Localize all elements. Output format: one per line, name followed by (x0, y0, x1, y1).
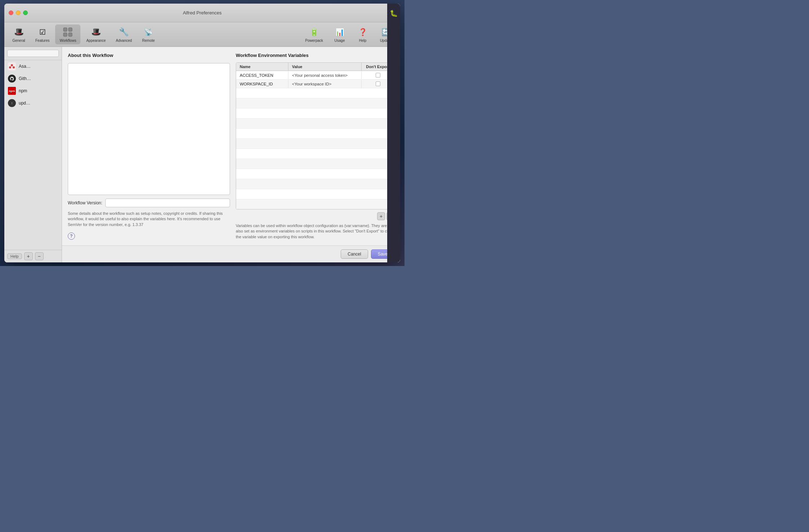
env-empty-row-12 (236, 199, 394, 209)
general-icon: 🎩 (13, 26, 25, 38)
toolbar-item-help[interactable]: ❓ Help (352, 25, 373, 44)
features-icon: ☑ (37, 26, 48, 38)
env-table-header: Name Value Don't Export (236, 63, 394, 71)
features-label: Features (35, 39, 49, 43)
bottom-bar: Cancel Save (62, 245, 400, 262)
env-row-access-token[interactable]: ACCESS_TOKEN <Your personal access token… (236, 71, 394, 80)
sidebar-help-button[interactable]: Help (7, 253, 22, 259)
env-empty-row-7 (236, 149, 394, 159)
env-name-access-token: ACCESS_TOKEN (236, 71, 288, 79)
left-panel: About this Workflow Workflow Version: So… (68, 53, 230, 240)
toolbar-item-features[interactable]: ☑ Features (31, 25, 54, 44)
sidebar-items-list: Asa… Gith… npm npm (4, 60, 62, 250)
advanced-label: Advanced (116, 39, 132, 43)
update-workflow-label: upd… (19, 101, 30, 106)
env-empty-row-10 (236, 179, 394, 189)
right-panel: Workflow Environment Variables Name Valu… (236, 53, 394, 240)
svg-rect-2 (63, 33, 67, 36)
env-empty-row-5 (236, 129, 394, 139)
sidebar-item-npm[interactable]: npm npm (4, 85, 62, 97)
npm-icon: npm (8, 87, 16, 95)
sidebar-item-asana[interactable]: Asa… (4, 60, 62, 72)
sidebar-remove-button[interactable]: − (35, 252, 44, 260)
svg-point-4 (11, 64, 13, 66)
env-empty-row-2 (236, 98, 394, 108)
toolbar-right: 🔋 Powerpack 📊 Usage ❓ Help 🔄 Update (301, 25, 397, 44)
cancel-button[interactable]: Cancel (341, 249, 368, 259)
header-name: Name (236, 63, 288, 71)
toolbar-item-general[interactable]: 🎩 General (8, 25, 30, 44)
env-controls-row: + − (236, 212, 394, 220)
main-window: Alfred Preferences 🎩 General ☑ Features … (4, 4, 400, 262)
env-row-workspace-id[interactable]: WORKSPACE_ID <Your workspace ID> (236, 80, 394, 88)
toolbar-item-usage[interactable]: 📊 Usage (329, 25, 350, 44)
appearance-label: Appearance (86, 39, 106, 43)
workflow-description-textarea[interactable] (68, 63, 230, 195)
sidebar-item-github[interactable]: Gith… (4, 72, 62, 85)
version-row: Workflow Version: (68, 199, 230, 207)
toolbar-item-powerpack[interactable]: 🔋 Powerpack (301, 25, 327, 44)
help-label: Help (359, 39, 367, 43)
toolbar-item-workflows[interactable]: Workflows (55, 25, 80, 44)
debug-panel: 🐛 (387, 47, 400, 262)
sidebar-add-button[interactable]: + (24, 252, 33, 260)
advanced-icon: 🔧 (118, 26, 130, 38)
toolbar-item-advanced[interactable]: 🔧 Advanced (111, 25, 136, 44)
env-add-button[interactable]: + (377, 212, 385, 220)
env-checkbox-access-token[interactable] (376, 73, 380, 77)
remote-label: Remote (142, 39, 155, 43)
sidebar-item-update[interactable]: ↑ upd… (4, 97, 62, 109)
about-help-text: Some details about the workflow such as … (68, 211, 230, 227)
help-circle-button[interactable]: ? (68, 232, 75, 240)
env-checkbox-workspace-id[interactable] (376, 81, 380, 86)
close-button[interactable] (9, 10, 13, 15)
svg-point-6 (13, 66, 15, 68)
body: Asa… Gith… npm npm (4, 47, 400, 262)
powerpack-icon: 🔋 (308, 26, 320, 38)
general-label: General (12, 39, 25, 43)
env-empty-row-4 (236, 119, 394, 129)
header-value: Value (288, 63, 362, 71)
minimize-button[interactable] (16, 10, 21, 15)
workflows-icon (62, 26, 74, 38)
powerpack-label: Powerpack (305, 39, 323, 43)
svg-point-5 (9, 66, 11, 68)
env-empty-row-3 (236, 108, 394, 119)
env-help-text: Variables can be used within workflow ob… (236, 223, 394, 240)
asana-label: Asa… (19, 64, 31, 69)
npm-label: npm (19, 88, 27, 93)
toolbar-item-appearance[interactable]: 🎩 Appearance (82, 25, 110, 44)
workflows-svg (63, 27, 73, 37)
github-icon (8, 75, 16, 83)
sidebar-search-container (4, 47, 62, 60)
env-value-access-token: <Your personal access token> (288, 71, 362, 79)
env-vars-title: Workflow Environment Variables (236, 53, 394, 58)
env-name-workspace-id: WORKSPACE_ID (236, 80, 288, 88)
env-empty-row-9 (236, 169, 394, 179)
appearance-icon: 🎩 (90, 26, 102, 38)
content-area: About this Workflow Workflow Version: So… (62, 47, 400, 262)
env-value-workspace-id: <Your workspace ID> (288, 80, 362, 88)
sidebar-search-input[interactable] (7, 50, 59, 57)
titlebar: Alfred Preferences (4, 4, 400, 22)
sidebar-bottom: Help + − (4, 250, 62, 262)
help-icon: ❓ (357, 26, 368, 38)
remote-icon: 📡 (143, 26, 154, 38)
env-empty-row-11 (236, 189, 394, 199)
env-empty-row-6 (236, 139, 394, 149)
env-empty-row-1 (236, 88, 394, 98)
svg-rect-0 (63, 28, 67, 31)
maximize-button[interactable] (23, 10, 28, 15)
window-title: Alfred Preferences (183, 10, 222, 15)
update-workflow-icon: ↑ (8, 99, 16, 107)
main-panel: About this Workflow Workflow Version: So… (62, 47, 400, 245)
toolbar-item-remote[interactable]: 📡 Remote (138, 25, 159, 44)
about-workflow-title: About this Workflow (68, 53, 230, 58)
version-input[interactable] (105, 199, 230, 207)
usage-icon: 📊 (334, 26, 345, 38)
github-label: Gith… (19, 76, 31, 81)
sidebar: Asa… Gith… npm npm (4, 47, 62, 262)
version-label: Workflow Version: (68, 200, 102, 205)
env-table: Name Value Don't Export ACCESS_TOKEN <Yo… (236, 62, 394, 209)
env-table-body: ACCESS_TOKEN <Your personal access token… (236, 71, 394, 209)
